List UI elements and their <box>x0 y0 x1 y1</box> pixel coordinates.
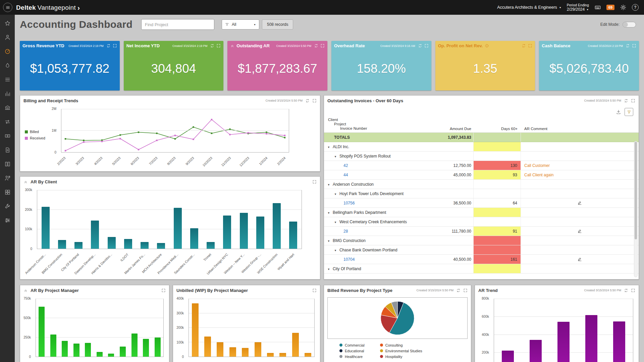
sidebar-item-transactions[interactable] <box>0 115 15 129</box>
refresh-icon[interactable] <box>106 44 111 48</box>
expand-icon[interactable] <box>312 288 317 293</box>
table-row[interactable]: Chase Bank Downtown Portland <box>324 245 639 255</box>
kpi-card[interactable]: Gross Revenue YTDCreated 3/15/2024 2:19 … <box>20 41 120 90</box>
collapse-row-icon[interactable] <box>334 154 339 159</box>
edit-comment-icon[interactable] <box>577 257 582 262</box>
refresh-icon[interactable] <box>418 44 422 48</box>
edit-comment-icon[interactable] <box>577 229 582 234</box>
collapse-row-icon[interactable] <box>327 210 333 215</box>
refresh-icon[interactable] <box>305 99 310 103</box>
sidebar-item-billing[interactable] <box>0 143 15 157</box>
invoice-number-link[interactable]: 44 <box>343 173 348 177</box>
table-row[interactable]: City Of Portland <box>324 264 639 274</box>
refresh-icon[interactable] <box>624 288 628 293</box>
sidebar-item-dashboards[interactable] <box>0 44 15 58</box>
kpi-card[interactable]: Cash BalanceCreated 3/15/2024 2:19 PM$5,… <box>539 41 639 90</box>
sidebar-item-crm[interactable] <box>0 58 15 72</box>
expand-icon[interactable] <box>631 288 635 293</box>
invoice-number-link[interactable]: 42 <box>343 163 348 168</box>
sidebar-item-accounting[interactable] <box>0 101 15 115</box>
expand-icon[interactable] <box>463 288 468 293</box>
sidebar-item-resource-management[interactable] <box>0 171 15 185</box>
expand-icon[interactable] <box>113 44 117 48</box>
expand-icon[interactable] <box>528 44 532 48</box>
expand-icon[interactable] <box>424 44 429 48</box>
settings-gear-icon[interactable] <box>620 4 627 11</box>
collapse-row-icon[interactable] <box>334 191 339 196</box>
kpi-created: Created 3/15/2024 2:19 PM <box>588 44 623 48</box>
refresh-icon[interactable] <box>456 288 461 293</box>
table-row[interactable]: Bellingham Parks Department <box>324 208 639 217</box>
ar-comment-link[interactable]: Call Customer <box>524 163 550 168</box>
ar-trend-chart: 200k400k600k800k <box>475 295 639 362</box>
download-icon[interactable] <box>616 109 621 115</box>
table-row[interactable]: 4212,750.00130Call Customer <box>324 161 639 170</box>
refresh-icon[interactable] <box>624 99 628 103</box>
kpi-card[interactable]: Op. Profit on Net Rev.1.35 <box>435 41 535 90</box>
collapse-icon[interactable] <box>23 180 28 184</box>
expand-icon[interactable] <box>161 288 166 293</box>
invoice-number-link[interactable]: 10704 <box>343 257 355 262</box>
table-row[interactable]: 1075636,500.0064 <box>324 198 639 208</box>
table-row[interactable]: 28111,780.0091 <box>324 227 639 236</box>
sidebar-item-reports[interactable] <box>0 86 15 101</box>
table-row[interactable]: BMG Construction <box>324 236 639 245</box>
refresh-icon[interactable] <box>210 44 214 48</box>
expand-icon[interactable] <box>312 180 317 184</box>
table-row[interactable]: Anderson Construction <box>324 180 639 189</box>
expand-icon[interactable] <box>320 44 325 48</box>
sidebar-item-asset-management[interactable] <box>0 185 15 199</box>
dashboard-filter-select[interactable]: All <box>222 19 259 29</box>
collapse-row-icon[interactable] <box>327 266 333 271</box>
y-axis-tick: 0 <box>29 355 31 359</box>
table-row[interactable]: West Cemetary Creek Enhancements <box>324 217 639 227</box>
refresh-icon[interactable] <box>522 44 526 48</box>
sidebar-item-settings[interactable] <box>0 213 15 227</box>
pie-plot <box>378 299 417 338</box>
sidebar-item-projects[interactable] <box>0 72 15 86</box>
sidebar-item-utilities[interactable] <box>0 199 15 213</box>
company-selector[interactable]: Accutera Architects & Engineers <box>497 5 561 10</box>
period-selector[interactable]: Period Ending 2/29/2024 <box>567 3 589 12</box>
kpi-card[interactable]: Overhead RateCreated 3/15/2024 9:16 AM15… <box>331 41 431 90</box>
table-filter-button[interactable] <box>625 108 633 116</box>
help-icon[interactable] <box>632 4 639 11</box>
sidebar-item-favorites[interactable] <box>0 16 15 30</box>
expand-icon[interactable] <box>312 99 317 103</box>
edit-mode-toggle[interactable] <box>623 22 636 27</box>
kpi-card[interactable]: Outstanding ARCreated 3/15/2024 5:50 PM$… <box>227 41 327 90</box>
keyboard-icon[interactable] <box>594 4 601 11</box>
table-row[interactable]: 1070440,500.00161 <box>324 255 639 264</box>
expand-icon[interactable] <box>631 99 635 103</box>
amount-due-cell: 40,500.00 <box>418 255 473 264</box>
refresh-icon[interactable] <box>626 44 630 48</box>
edit-comment-icon[interactable] <box>577 200 582 205</box>
table-row[interactable]: Hoyt Park Tower Lofts Development <box>324 189 639 198</box>
collapse-icon[interactable] <box>230 44 234 48</box>
expand-icon[interactable] <box>216 44 221 48</box>
collapse-row-icon[interactable] <box>334 220 339 224</box>
invoice-number-link[interactable]: 28 <box>343 229 348 234</box>
collapse-row-icon[interactable] <box>327 144 333 149</box>
kpi-card[interactable]: Net Income YTDCreated 3/15/2024 2:19 PM3… <box>124 41 224 90</box>
sidebar-item-cash-management[interactable] <box>0 129 15 143</box>
collapse-row-icon[interactable] <box>334 248 339 252</box>
table-row[interactable]: 4445,000.0093Call Client again <box>324 170 639 180</box>
expand-icon[interactable] <box>632 44 636 48</box>
table-row[interactable]: Shopify POS System Rollout <box>324 152 639 161</box>
sidebar-item-hubs[interactable] <box>0 30 15 44</box>
refresh-icon[interactable] <box>314 44 318 48</box>
ar-comment-link[interactable]: Call Client again <box>524 173 553 177</box>
menu-button[interactable] <box>0 0 15 15</box>
notifications-badge[interactable]: 69 <box>606 5 614 10</box>
find-project-input[interactable] <box>141 19 214 30</box>
table-row[interactable]: ALDI Inc. <box>324 142 639 152</box>
scrollbar-thumb[interactable] <box>635 142 637 239</box>
collapse-row-icon[interactable] <box>327 182 333 187</box>
sidebar-item-ledger[interactable] <box>0 157 15 171</box>
invoice-number-link[interactable]: 10756 <box>343 201 355 205</box>
collapse-row-icon[interactable] <box>327 238 333 243</box>
bar <box>204 337 211 357</box>
collapse-icon[interactable] <box>23 288 28 293</box>
vertical-scrollbar[interactable] <box>634 141 638 277</box>
